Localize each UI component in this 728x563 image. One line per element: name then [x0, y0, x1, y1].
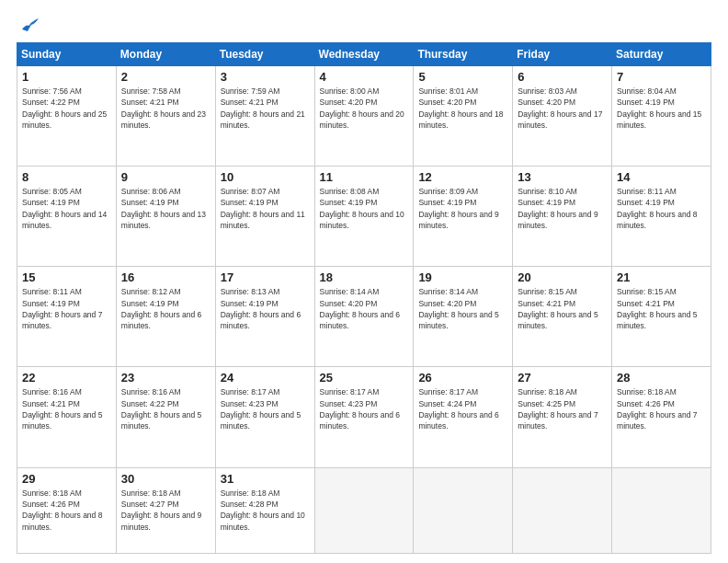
day-number: 29: [22, 472, 112, 486]
calendar-cell: 31Sunrise: 8:18 AMSunset: 4:28 PMDayligh…: [215, 467, 314, 553]
calendar-cell: 17Sunrise: 8:13 AMSunset: 4:19 PMDayligh…: [215, 267, 314, 367]
day-number: 5: [418, 70, 508, 84]
day-number: 12: [418, 170, 508, 184]
calendar-cell: 27Sunrise: 8:18 AMSunset: 4:25 PMDayligh…: [513, 367, 612, 467]
logo: [17, 17, 42, 33]
calendar-week-row: 15Sunrise: 8:11 AMSunset: 4:19 PMDayligh…: [17, 267, 711, 367]
day-info: Sunrise: 8:12 AMSunset: 4:19 PMDaylight:…: [121, 286, 211, 331]
day-number: 8: [22, 170, 112, 184]
day-number: 3: [221, 70, 311, 84]
day-info: Sunrise: 7:56 AMSunset: 4:22 PMDaylight:…: [22, 86, 112, 131]
day-info: Sunrise: 8:04 AMSunset: 4:19 PMDaylight:…: [617, 86, 707, 131]
day-number: 13: [518, 170, 608, 184]
day-number: 15: [22, 270, 112, 284]
calendar-cell: 24Sunrise: 8:17 AMSunset: 4:23 PMDayligh…: [215, 367, 314, 467]
calendar-cell: 7Sunrise: 8:04 AMSunset: 4:19 PMDaylight…: [612, 66, 711, 167]
day-info: Sunrise: 7:59 AMSunset: 4:21 PMDaylight:…: [221, 86, 311, 131]
calendar-cell: 5Sunrise: 8:01 AMSunset: 4:20 PMDaylight…: [414, 66, 513, 167]
day-number: 22: [22, 371, 112, 385]
day-number: 16: [121, 270, 211, 284]
day-info: Sunrise: 8:18 AMSunset: 4:26 PMDaylight:…: [22, 488, 112, 533]
day-info: Sunrise: 8:18 AMSunset: 4:25 PMDaylight:…: [518, 386, 608, 431]
day-number: 11: [320, 170, 410, 184]
calendar-cell: 22Sunrise: 8:16 AMSunset: 4:21 PMDayligh…: [17, 367, 117, 467]
day-info: Sunrise: 8:00 AMSunset: 4:20 PMDaylight:…: [320, 86, 410, 131]
day-number: 14: [617, 170, 707, 184]
day-info: Sunrise: 8:14 AMSunset: 4:20 PMDaylight:…: [418, 286, 508, 331]
day-number: 27: [518, 371, 608, 385]
day-info: Sunrise: 8:16 AMSunset: 4:22 PMDaylight:…: [121, 386, 211, 431]
day-info: Sunrise: 8:18 AMSunset: 4:28 PMDaylight:…: [221, 488, 311, 533]
calendar-cell: 13Sunrise: 8:10 AMSunset: 4:19 PMDayligh…: [513, 167, 612, 267]
calendar-cell: [513, 467, 612, 553]
day-number: 21: [617, 270, 707, 284]
calendar-cell: 30Sunrise: 8:18 AMSunset: 4:27 PMDayligh…: [116, 467, 215, 553]
calendar-week-row: 1Sunrise: 7:56 AMSunset: 4:22 PMDaylight…: [17, 66, 711, 167]
day-header-wednesday: Wednesday: [314, 43, 414, 66]
calendar-cell: 26Sunrise: 8:17 AMSunset: 4:24 PMDayligh…: [414, 367, 513, 467]
day-number: 10: [221, 170, 311, 184]
day-header-friday: Friday: [513, 43, 612, 66]
day-info: Sunrise: 7:58 AMSunset: 4:21 PMDaylight:…: [121, 86, 211, 131]
day-header-monday: Monday: [116, 43, 215, 66]
day-info: Sunrise: 8:11 AMSunset: 4:19 PMDaylight:…: [22, 286, 112, 331]
day-info: Sunrise: 8:03 AMSunset: 4:20 PMDaylight:…: [518, 86, 608, 131]
day-info: Sunrise: 8:16 AMSunset: 4:21 PMDaylight:…: [22, 386, 112, 431]
calendar-table: SundayMondayTuesdayWednesdayThursdayFrid…: [17, 42, 711, 554]
day-number: 6: [518, 70, 608, 84]
calendar-cell: 2Sunrise: 7:58 AMSunset: 4:21 PMDaylight…: [116, 66, 215, 167]
calendar-cell: 16Sunrise: 8:12 AMSunset: 4:19 PMDayligh…: [116, 267, 215, 367]
day-info: Sunrise: 8:17 AMSunset: 4:23 PMDaylight:…: [221, 386, 311, 431]
day-number: 2: [121, 70, 211, 84]
day-number: 7: [617, 70, 707, 84]
day-info: Sunrise: 8:07 AMSunset: 4:19 PMDaylight:…: [221, 186, 311, 231]
calendar-cell: 10Sunrise: 8:07 AMSunset: 4:19 PMDayligh…: [215, 167, 314, 267]
day-header-thursday: Thursday: [414, 43, 513, 66]
header: [17, 17, 711, 33]
calendar-cell: 18Sunrise: 8:14 AMSunset: 4:20 PMDayligh…: [314, 267, 414, 367]
calendar-cell: 9Sunrise: 8:06 AMSunset: 4:19 PMDaylight…: [116, 167, 215, 267]
calendar-week-row: 22Sunrise: 8:16 AMSunset: 4:21 PMDayligh…: [17, 367, 711, 467]
day-number: 28: [617, 371, 707, 385]
day-info: Sunrise: 8:18 AMSunset: 4:27 PMDaylight:…: [121, 488, 211, 533]
calendar-cell: 8Sunrise: 8:05 AMSunset: 4:19 PMDaylight…: [17, 167, 117, 267]
day-number: 25: [320, 371, 410, 385]
calendar-cell: [314, 467, 414, 553]
day-info: Sunrise: 8:09 AMSunset: 4:19 PMDaylight:…: [418, 186, 508, 231]
calendar-header-row: SundayMondayTuesdayWednesdayThursdayFrid…: [17, 43, 711, 66]
calendar-cell: 14Sunrise: 8:11 AMSunset: 4:19 PMDayligh…: [612, 167, 711, 267]
day-header-tuesday: Tuesday: [215, 43, 314, 66]
logo-bird-icon: [20, 17, 40, 33]
day-number: 31: [221, 472, 311, 486]
day-info: Sunrise: 8:06 AMSunset: 4:19 PMDaylight:…: [121, 186, 211, 231]
day-number: 20: [518, 270, 608, 284]
calendar-cell: 19Sunrise: 8:14 AMSunset: 4:20 PMDayligh…: [414, 267, 513, 367]
calendar-week-row: 8Sunrise: 8:05 AMSunset: 4:19 PMDaylight…: [17, 167, 711, 267]
calendar-cell: 15Sunrise: 8:11 AMSunset: 4:19 PMDayligh…: [17, 267, 117, 367]
day-number: 1: [22, 70, 112, 84]
calendar-cell: 28Sunrise: 8:18 AMSunset: 4:26 PMDayligh…: [612, 367, 711, 467]
calendar-cell: 20Sunrise: 8:15 AMSunset: 4:21 PMDayligh…: [513, 267, 612, 367]
calendar-cell: 12Sunrise: 8:09 AMSunset: 4:19 PMDayligh…: [414, 167, 513, 267]
calendar-cell: 23Sunrise: 8:16 AMSunset: 4:22 PMDayligh…: [116, 367, 215, 467]
day-number: 19: [418, 270, 508, 284]
calendar-week-row: 29Sunrise: 8:18 AMSunset: 4:26 PMDayligh…: [17, 467, 711, 553]
day-info: Sunrise: 8:15 AMSunset: 4:21 PMDaylight:…: [617, 286, 707, 331]
calendar-cell: [612, 467, 711, 553]
day-info: Sunrise: 8:17 AMSunset: 4:23 PMDaylight:…: [320, 386, 410, 431]
day-number: 30: [121, 472, 211, 486]
calendar-cell: 3Sunrise: 7:59 AMSunset: 4:21 PMDaylight…: [215, 66, 314, 167]
day-info: Sunrise: 8:01 AMSunset: 4:20 PMDaylight:…: [418, 86, 508, 131]
day-info: Sunrise: 8:08 AMSunset: 4:19 PMDaylight:…: [320, 186, 410, 231]
day-number: 18: [320, 270, 410, 284]
day-header-sunday: Sunday: [17, 43, 117, 66]
day-info: Sunrise: 8:15 AMSunset: 4:21 PMDaylight:…: [518, 286, 608, 331]
day-header-saturday: Saturday: [612, 43, 711, 66]
day-info: Sunrise: 8:17 AMSunset: 4:24 PMDaylight:…: [418, 386, 508, 431]
calendar-cell: 29Sunrise: 8:18 AMSunset: 4:26 PMDayligh…: [17, 467, 117, 553]
day-number: 26: [418, 371, 508, 385]
calendar-cell: 4Sunrise: 8:00 AMSunset: 4:20 PMDaylight…: [314, 66, 414, 167]
day-info: Sunrise: 8:13 AMSunset: 4:19 PMDaylight:…: [221, 286, 311, 331]
calendar-cell: 25Sunrise: 8:17 AMSunset: 4:23 PMDayligh…: [314, 367, 414, 467]
page: SundayMondayTuesdayWednesdayThursdayFrid…: [0, 0, 728, 563]
